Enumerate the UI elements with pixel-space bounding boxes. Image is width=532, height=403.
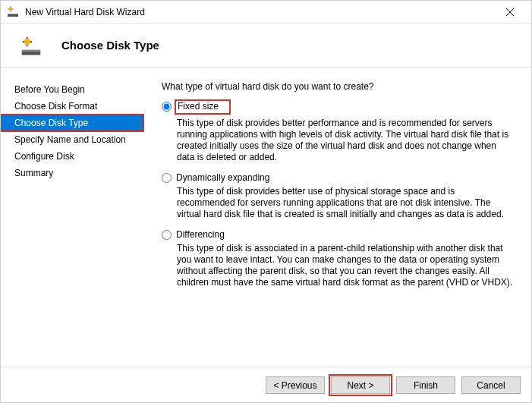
option-label: Dynamically expanding [176, 172, 269, 183]
header: Choose Disk Type [1, 24, 531, 68]
content-area: Before You Begin Choose Disk Format Choo… [1, 68, 531, 367]
previous-button[interactable]: < Previous [266, 376, 325, 394]
page-heading: Choose Disk Type [61, 39, 159, 52]
option-fixed-size-desc: This type of disk provides better perfor… [177, 118, 513, 163]
wizard-disk-icon [7, 6, 19, 18]
option-fixed-size[interactable]: Fixed size [162, 101, 513, 115]
option-differencing-desc: This type of disk is associated in a par… [177, 243, 513, 288]
wizard-steps-sidebar: Before You Begin Choose Disk Format Choo… [1, 68, 143, 367]
svg-rect-15 [22, 49, 41, 51]
svg-point-0 [9, 7, 13, 11]
window-title: New Virtual Hard Disk Wizard [25, 7, 495, 17]
option-label: Fixed size [178, 101, 219, 112]
next-button[interactable]: Next > [331, 376, 390, 394]
option-dynamically-expanding[interactable]: Dynamically expanding [162, 172, 513, 183]
option-label: Differencing [176, 229, 225, 240]
svg-rect-5 [8, 14, 18, 17]
svg-rect-14 [22, 51, 41, 55]
finish-button[interactable]: Finish [396, 376, 455, 394]
sidebar-item-configure-disk[interactable]: Configure Disk [1, 148, 143, 165]
sidebar-item-summary[interactable]: Summary [1, 165, 143, 181]
cancel-button[interactable]: Cancel [461, 376, 521, 394]
question-text: What type of virtual hard disk do you wa… [162, 81, 513, 92]
close-button[interactable] [495, 1, 525, 24]
sidebar-item-choose-disk-format[interactable]: Choose Disk Format [1, 98, 143, 115]
titlebar: New Virtual Hard Disk Wizard [1, 1, 531, 24]
main-panel: What type of virtual hard disk do you wa… [143, 68, 531, 367]
svg-rect-6 [8, 14, 18, 14]
option-differencing[interactable]: Differencing [162, 229, 513, 240]
radio-differencing[interactable] [162, 230, 172, 240]
sidebar-item-choose-disk-type[interactable]: Choose Disk Type [1, 115, 143, 131]
sidebar-item-specify-name-location[interactable]: Specify Name and Location [1, 131, 143, 148]
wizard-disk-icon-large [19, 33, 43, 58]
radio-dynamically-expanding[interactable] [162, 173, 172, 183]
radio-fixed-size[interactable] [162, 102, 172, 112]
option-dynamically-expanding-desc: This type of disk provides better use of… [177, 186, 513, 220]
svg-point-9 [24, 38, 30, 44]
footer: < Previous Next > Finish Cancel [1, 367, 531, 403]
sidebar-item-before-you-begin[interactable]: Before You Begin [1, 81, 143, 98]
